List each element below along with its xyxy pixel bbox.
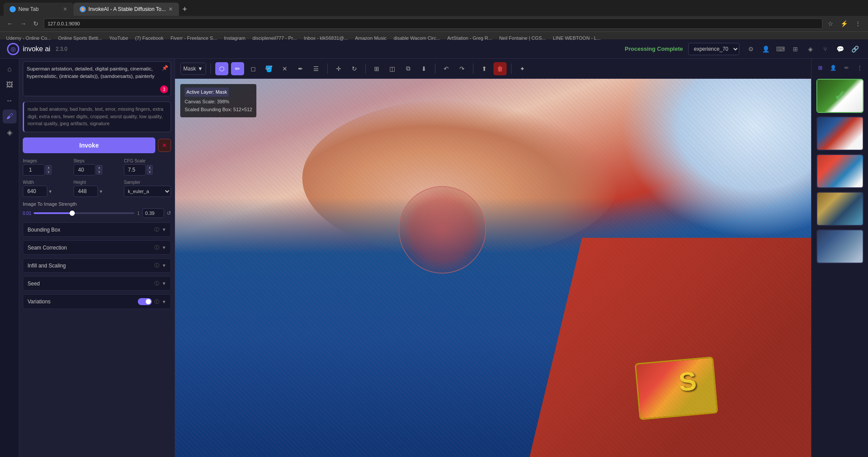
experience-select[interactable]: experience_70 — [688, 43, 739, 55]
gallery-thumb-1[interactable]: ✓ — [816, 79, 864, 113]
sidebar-item-canvas[interactable]: 🖌 — [3, 109, 17, 123]
tool-trash[interactable]: 🗑 — [494, 62, 507, 75]
accordion-variations-header[interactable]: Variations ⓘ ▼ — [23, 295, 171, 309]
tool-brush[interactable]: ✏ — [231, 62, 244, 75]
tool-pen[interactable]: ✒ — [294, 62, 307, 75]
tool-link[interactable]: ⬡ — [215, 62, 228, 75]
menu-button[interactable]: ⋮ — [853, 18, 863, 29]
width-input[interactable] — [23, 186, 47, 197]
gallery-thumb-2[interactable] — [816, 116, 864, 151]
tool-undo[interactable]: ↶ — [440, 62, 453, 75]
bookmark-artstation[interactable]: ArtStation - Greg R... — [444, 35, 495, 42]
nodes-icon[interactable]: ◈ — [804, 43, 816, 55]
tool-menu[interactable]: ☰ — [310, 62, 323, 75]
steps-input[interactable] — [74, 164, 95, 176]
negative-prompt-text[interactable]: nude bad anatomy, bad hands, text, error… — [28, 106, 163, 126]
accordion-seam-header[interactable]: Seam Correction ⓘ ▼ — [23, 241, 171, 254]
grid-icon[interactable]: ⊞ — [789, 43, 802, 55]
tab-new-tab[interactable]: 🌐 New Tab ✕ — [4, 3, 74, 16]
images-down[interactable]: ▼ — [46, 170, 52, 175]
address-input[interactable] — [44, 18, 822, 29]
bookmark-instagram[interactable]: Instagram — [221, 35, 248, 42]
cancel-button[interactable]: ✕ — [158, 139, 171, 152]
tab-invoke[interactable]: 🎨 InvokeAI - A Stable Diffusion To... ✕ — [74, 3, 179, 16]
new-tab-button[interactable]: + — [179, 3, 191, 16]
tool-download[interactable]: ⬇ — [417, 62, 430, 75]
cfg-down[interactable]: ▼ — [147, 170, 153, 175]
bookmark-webtoon[interactable]: LINE WEBTOON - L... — [550, 35, 603, 42]
images-up[interactable]: ▲ — [46, 165, 52, 170]
prompt-text[interactable]: Superman artstation, detailed, digital p… — [27, 66, 154, 79]
sidebar-item-gallery[interactable]: 🖼 — [3, 78, 17, 92]
negative-prompt-area[interactable]: nude bad anatomy, bad hands, text, error… — [23, 102, 171, 132]
tab-close-new[interactable]: ✕ — [63, 6, 67, 12]
tool-wand[interactable]: ✦ — [516, 62, 529, 75]
bookmark-youtube[interactable]: YouTube — [107, 35, 131, 42]
gallery-thumb-4[interactable] — [816, 192, 864, 226]
tab-close-invoke[interactable]: ✕ — [168, 6, 173, 12]
keyboard-icon[interactable]: ⌨ — [774, 43, 787, 55]
bookmark-sports[interactable]: Online Sports Betti... — [56, 35, 105, 42]
tool-redo[interactable]: ↷ — [455, 62, 469, 75]
bookmark-wacom[interactable]: disable Wacom Circ... — [391, 35, 443, 42]
settings-icon[interactable]: ⚙ — [745, 43, 757, 55]
gallery-thumb-5[interactable] — [816, 229, 864, 264]
github-icon[interactable]: ⑂ — [819, 43, 831, 55]
bounding-box-chevron-icon[interactable]: ▼ — [162, 227, 166, 232]
variations-info-icon[interactable]: ⓘ — [154, 299, 159, 305]
tool-upload[interactable]: ⬆ — [478, 62, 491, 75]
seam-chevron-icon[interactable]: ▼ — [162, 245, 166, 250]
tool-layer1[interactable]: ⊞ — [370, 62, 383, 75]
discord-icon[interactable]: 💬 — [834, 43, 846, 55]
bookmark-button[interactable]: ☆ — [826, 18, 835, 29]
accordion-seed-header[interactable]: Seed ⓘ ▼ — [23, 277, 171, 290]
steps-up[interactable]: ▲ — [96, 165, 102, 170]
sampler-select[interactable]: k_euler_a k_euler k_dpm_2 k_lms — [124, 186, 171, 197]
img2img-value-input[interactable] — [142, 208, 164, 218]
bookmark-neil[interactable]: Neil Fontaine | CGS... — [497, 35, 549, 42]
pin-icon[interactable]: 📌 — [162, 64, 168, 72]
sidebar-item-nodes[interactable]: ◈ — [3, 125, 17, 139]
height-dropdown[interactable]: ▼ — [99, 189, 103, 194]
bounding-box-info-icon[interactable]: ⓘ — [154, 226, 159, 233]
bookmark-facebook[interactable]: (7) Facebook — [133, 35, 166, 42]
extensions-button[interactable]: ⚡ — [839, 18, 850, 29]
tool-clear[interactable]: ✕ — [278, 62, 291, 75]
bookmark-disciple[interactable]: discipleneil777 - Pr... — [250, 35, 300, 42]
infill-info-icon[interactable]: ⓘ — [154, 262, 159, 269]
tool-layer2[interactable]: ◫ — [386, 62, 399, 75]
gallery-settings-icon[interactable]: ⋮ — [854, 62, 865, 74]
back-button[interactable]: ← — [5, 18, 15, 29]
bookmark-amazon[interactable]: Amazon Music — [352, 35, 389, 42]
mask-mode-select[interactable]: Mask ▼ — [180, 63, 206, 75]
width-dropdown[interactable]: ▼ — [48, 189, 52, 194]
seed-info-icon[interactable]: ⓘ — [154, 280, 159, 287]
tool-move[interactable]: ✛ — [332, 62, 345, 75]
variations-toggle[interactable] — [138, 298, 152, 305]
user-icon[interactable]: 👤 — [760, 43, 772, 55]
tool-cycle[interactable]: ↻ — [348, 62, 361, 75]
sidebar-item-img2img[interactable]: ↔ — [3, 94, 17, 108]
bookmark-inbox[interactable]: Inbox - klk56831@... — [301, 35, 350, 42]
invoke-button[interactable]: Invoke — [23, 137, 155, 153]
tool-layer3[interactable]: ⧉ — [402, 62, 415, 75]
sidebar-item-home[interactable]: ⌂ — [3, 62, 17, 76]
accordion-infill-header[interactable]: Infill and Scaling ⓘ ▼ — [23, 259, 171, 272]
variations-chevron-icon[interactable]: ▼ — [162, 299, 166, 304]
cfg-input[interactable] — [124, 164, 146, 176]
cfg-up[interactable]: ▲ — [147, 165, 153, 170]
seam-info-icon[interactable]: ⓘ — [154, 244, 159, 251]
tool-fill[interactable]: 🪣 — [262, 62, 276, 75]
gallery-grid-icon[interactable]: ⊞ — [815, 62, 826, 74]
infill-chevron-icon[interactable]: ▼ — [162, 263, 166, 268]
accordion-bounding-box-header[interactable]: Bounding Box ⓘ ▼ — [23, 223, 171, 236]
steps-down[interactable]: ▼ — [96, 170, 102, 175]
height-input[interactable] — [74, 186, 98, 197]
forward-button[interactable]: → — [18, 18, 28, 29]
img2img-reset-icon[interactable]: ↺ — [167, 210, 171, 216]
gallery-thumb-3[interactable] — [816, 154, 864, 188]
gallery-user-icon[interactable]: 👤 — [828, 62, 839, 74]
tool-eraser[interactable]: ◻ — [247, 62, 260, 75]
images-input[interactable] — [23, 164, 45, 176]
reload-button[interactable]: ↻ — [32, 18, 40, 29]
